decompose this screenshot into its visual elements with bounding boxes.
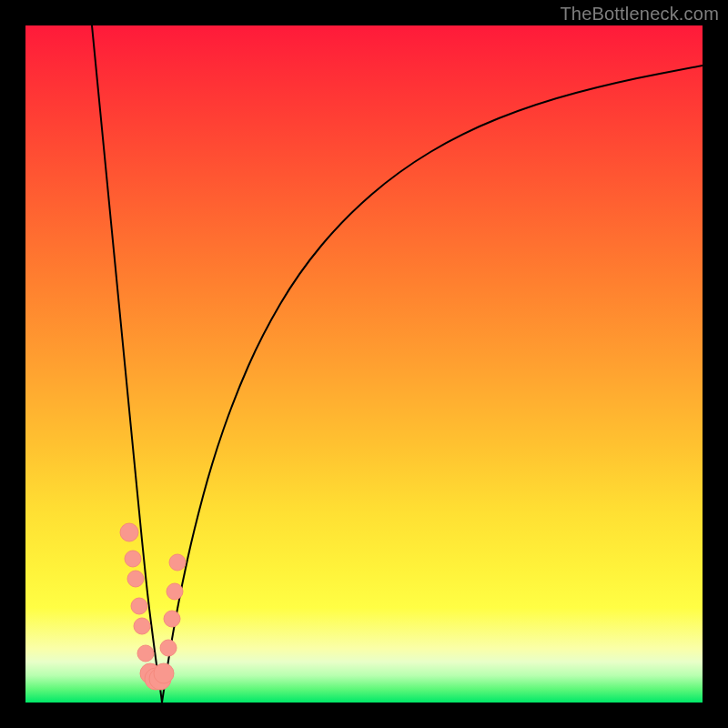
marker-dot <box>120 523 138 541</box>
marker-group <box>120 523 186 690</box>
chart-frame: TheBottleneck.com <box>0 0 728 728</box>
marker-dot <box>169 554 186 571</box>
watermark-text: TheBottleneck.com <box>560 4 719 25</box>
curve-left-branch <box>92 25 162 703</box>
marker-dot <box>134 618 150 634</box>
marker-dot <box>164 611 180 627</box>
marker-dot <box>167 583 183 600</box>
curves-layer <box>25 25 703 703</box>
marker-dot <box>160 640 177 656</box>
marker-dot <box>137 645 154 662</box>
marker-dot <box>131 598 147 614</box>
marker-dot <box>154 663 174 683</box>
curve-right-branch <box>162 66 703 703</box>
plot-area <box>25 25 703 703</box>
marker-dot <box>127 571 144 587</box>
marker-dot <box>125 551 141 567</box>
